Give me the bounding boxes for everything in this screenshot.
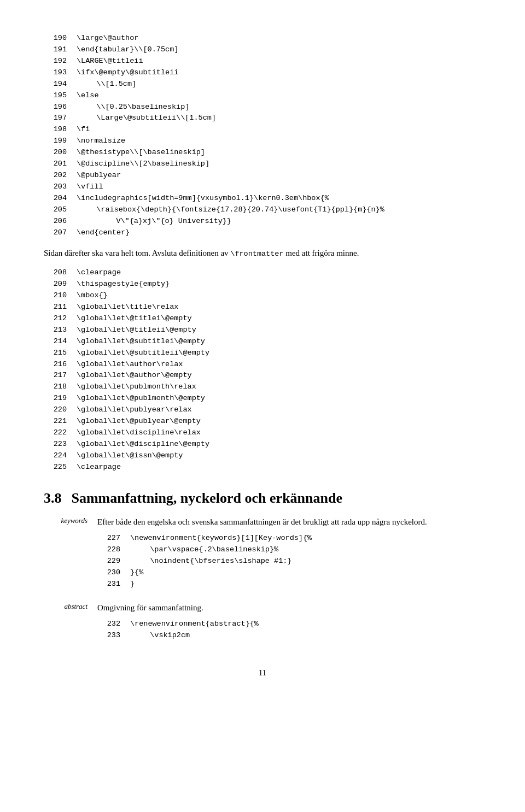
abstract-section: abstract Omgivning för sammanfattning. 2… xyxy=(44,601,481,647)
code-line: 194 \\[1.5cm] xyxy=(44,79,481,90)
code-line: 200 \@thesistype\\[\baselineskip] xyxy=(44,147,481,158)
code-line: 216 \global\let\author\relax xyxy=(44,359,481,370)
section-number: 3.8 xyxy=(44,490,62,506)
page-number: 11 xyxy=(44,668,481,678)
code-line: 192 \LARGE\@titleii xyxy=(44,56,481,67)
code-line: 215 \global\let\@subtitleii\@empty xyxy=(44,348,481,359)
code-line: 223 \global\let\@discipline\@empty xyxy=(44,439,481,450)
keywords-section: keywords Efter både den engelska och sve… xyxy=(44,515,481,596)
code-line: 206 V\"{a}xj\"{o} University}} xyxy=(44,216,481,227)
code-line: 191 \end{tabular}\\[0.75cm] xyxy=(44,44,481,56)
code-line: 209 \thispagestyle{empty} xyxy=(44,279,481,290)
code-block-mid: 208 \clearpage 209 \thispagestyle{empty}… xyxy=(44,267,481,473)
prose-paragraph-1: Sidan därefter ska vara helt tom. Avslut… xyxy=(44,246,481,260)
code-line: 233 \vskip2cm xyxy=(97,630,481,642)
code-line: 220 \global\let\publyear\relax xyxy=(44,404,481,416)
abstract-prose: Omgivning för sammanfattning. xyxy=(97,601,481,614)
code-line: 198 \fi xyxy=(44,124,481,136)
prose-tt-frontmatter: \frontmatter xyxy=(230,250,283,258)
code-line: 195 \else xyxy=(44,90,481,102)
code-line: 224 \global\let\@issn\@empty xyxy=(44,450,481,462)
code-block-keywords: 227 \newenvironment{keywords}[1][Key-wor… xyxy=(97,533,481,590)
code-block-top: 190 \large\@author 191 \end{tabular}\\[0… xyxy=(44,33,481,239)
prose-text-before-tt: Sidan därefter ska vara helt tom. Avslut… xyxy=(44,249,230,257)
code-block-abstract: 232 \renewenvironment{abstract}{% 233 \v… xyxy=(97,619,481,642)
code-line: 222 \global\let\discipline\relax xyxy=(44,427,481,439)
code-line: 212 \global\let\@titlei\@empty xyxy=(44,313,481,325)
code-line: 221 \global\let\@publyear\@empty xyxy=(44,416,481,427)
section-heading-3-8: 3.8Sammanfattning, nyckelord och erkänna… xyxy=(44,490,481,507)
code-line: 190 \large\@author xyxy=(44,33,481,44)
code-line: 227 \newenvironment{keywords}[1][Key-wor… xyxy=(97,533,481,544)
section-title: Sammanfattning, nyckelord och erkännande xyxy=(72,490,343,506)
code-line: 203 \vfill xyxy=(44,181,481,193)
abstract-margin-label: abstract xyxy=(44,601,88,611)
code-line: 205 \raisebox{\depth}{\fontsize{17.28}{2… xyxy=(44,204,481,216)
keywords-content: Efter både den engelska och svenska samm… xyxy=(97,515,481,596)
abstract-content: Omgivning för sammanfattning. 232 \renew… xyxy=(97,601,481,647)
code-line: 213 \global\let\@titleii\@empty xyxy=(44,325,481,336)
code-line: 232 \renewenvironment{abstract}{% xyxy=(97,619,481,630)
keywords-prose: Efter både den engelska och svenska samm… xyxy=(97,515,481,528)
code-line: 202 \@publyear xyxy=(44,170,481,181)
code-line: 231 } xyxy=(97,579,481,590)
code-line: 208 \clearpage xyxy=(44,267,481,279)
code-line: 214 \global\let\@subtitlei\@empty xyxy=(44,336,481,348)
keywords-margin-label: keywords xyxy=(44,515,88,525)
code-line: 201 \@discipline\\[2\baselineskip] xyxy=(44,158,481,170)
code-line: 210 \mbox{} xyxy=(44,290,481,302)
code-line: 229 \noindent{\bfseries\slshape #1:} xyxy=(97,556,481,567)
code-line: 219 \global\let\@publmonth\@empty xyxy=(44,393,481,404)
code-line: 230 }{% xyxy=(97,567,481,579)
code-line: 207 \end{center} xyxy=(44,227,481,239)
code-line: 204 \includegraphics[width=9mm]{vxusymbo… xyxy=(44,193,481,204)
code-line: 225 \clearpage xyxy=(44,462,481,473)
code-line: 218 \global\let\publmonth\relax xyxy=(44,381,481,393)
prose-text-after-tt: med att frigöra minne. xyxy=(284,249,359,257)
code-line: 211 \global\let\title\relax xyxy=(44,302,481,313)
code-line: 217 \global\let\@author\@empty xyxy=(44,370,481,381)
code-line: 196 \\[0.25\baselineskip] xyxy=(44,102,481,113)
code-line: 228 \par\vspace{.2\baselineskip}% xyxy=(97,544,481,556)
code-line: 193 \ifx\@empty\@subtitleii xyxy=(44,67,481,79)
code-line: 199 \normalsize xyxy=(44,136,481,147)
code-line: 197 \Large\@subtitleii\\[1.5cm] xyxy=(44,113,481,124)
